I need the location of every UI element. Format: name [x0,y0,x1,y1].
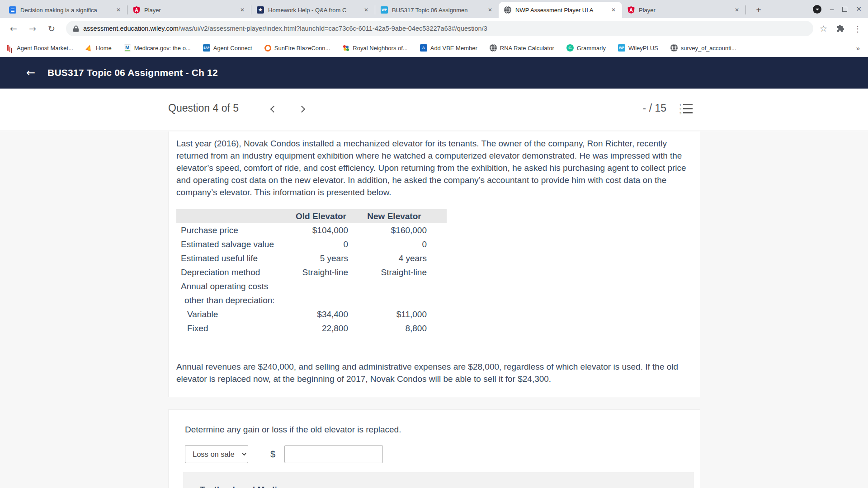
window-restore-button[interactable] [842,7,847,12]
bar-chart-icon [6,44,14,52]
assignment-header: ← BUS317 Topic 06 Assignment - Ch 12 [0,57,868,89]
question-list-icon[interactable]: 1 2 3 [679,103,693,115]
tab-title: Homework Help - Q&A from C [268,7,359,14]
bookmark-label: Royal Neighbors of... [353,45,407,52]
bookmark-wileyplus[interactable]: WP WileyPLUS [618,44,658,52]
chegg-star-icon: ★ [257,6,264,14]
browser-menu-icon[interactable]: ⋮ [854,24,862,33]
new-tab-button[interactable]: + [752,4,765,16]
flame-icon [85,44,93,52]
table-row: other than depreciation: [176,293,447,307]
tab-homework-help[interactable]: ★ Homework Help - Q&A from C ✕ [251,2,375,18]
browser-tab-bar: Decision making is a significa ✕ A Playe… [0,0,868,18]
tab-title: NWP Assessment Player UI A [515,7,607,14]
close-tab-icon[interactable]: ✕ [733,6,741,14]
profile-avatar-icon[interactable] [813,5,821,14]
table-row: Annual operating costs [176,279,447,293]
close-tab-icon[interactable]: ✕ [238,6,246,14]
tab-title: Player [639,7,730,14]
close-tab-icon[interactable]: ✕ [609,6,618,14]
textbook-media-section[interactable]: Textbook and Media [183,472,694,488]
tab-bus317-assignment[interactable]: WP BUS317 Topic 06 Assignmen ✕ [375,2,499,18]
forward-icon[interactable]: → [26,23,39,33]
refresh-icon[interactable]: ↻ [45,23,58,33]
svg-text:2: 2 [679,107,681,111]
table-header-row: Old Elevator New Elevator [176,209,447,223]
elevator-comparison-table: Old Elevator New Elevator Purchase price… [176,209,447,335]
bookmark-label: Medicare.gov: the o... [134,45,191,52]
bookmarks-bar: Agent Boost Market... Home M Medicare.go… [0,39,868,57]
back-icon[interactable]: ← [7,23,20,33]
bookmark-royal-neighbors[interactable]: Royal Neighbors of... [342,44,407,52]
bookmark-home[interactable]: Home [85,44,112,52]
close-tab-icon[interactable]: ✕ [362,6,370,14]
bookmark-label: RNA Rate Calculator [500,45,554,52]
medicare-icon: M [124,44,131,52]
table-row: Purchase price $104,000 $160,000 [176,223,447,237]
table-row: Depreciation method Straight-line Straig… [176,265,447,279]
table-row: Variable $34,400 $11,000 [176,307,447,321]
bookmarks-overflow-chevron[interactable]: » [856,44,860,52]
balloons-icon [342,44,349,52]
close-tab-icon[interactable]: ✕ [486,6,494,14]
window-controls: – ✕ [813,0,862,18]
tab-player-2[interactable]: A Player ✕ [622,2,745,18]
bookmark-agent-boost[interactable]: Agent Boost Market... [6,44,73,52]
assignment-title: BUS317 Topic 06 Assignment - Ch 12 [47,67,218,78]
bookmark-label: survey_of_accounti... [681,45,736,52]
currency-symbol: $ [270,449,275,460]
tab-decision-making[interactable]: Decision making is a significa ✕ [4,2,127,18]
bookmark-label: SunFire BlazeConn... [274,45,330,52]
angular-icon: A [627,6,635,14]
window-minimize-button[interactable]: – [830,7,834,11]
svg-text:3: 3 [679,111,681,115]
next-question-chevron[interactable] [298,106,306,113]
textbook-media-label: Textbook and Media [200,485,282,488]
svg-text:1: 1 [679,103,681,107]
bookmark-label: Add VBE Member [430,45,477,52]
bookmark-star-icon[interactable]: ☆ [820,23,827,33]
tab-separator [745,5,746,14]
back-arrow-icon[interactable]: ← [26,67,35,78]
amount-input[interactable] [284,445,383,463]
problem-followup-text: Annual revenues are $240,000, and sellin… [176,361,689,385]
answer-input-row: Loss on sale $ [185,445,693,463]
window-close-button[interactable]: ✕ [856,5,862,13]
tab-player-1[interactable]: A Player ✕ [127,2,251,18]
bookmark-sunfire[interactable]: SunFire BlazeConn... [264,45,330,52]
url-field[interactable]: assessment.education.wiley.com /was/ui/v… [66,21,813,36]
angular-icon: A [133,6,140,14]
lock-icon [73,25,79,32]
bookmark-grammarly[interactable]: G Grammarly [566,44,606,52]
question-score: - / 15 [643,102,666,114]
bookmark-label: Grammarly [577,45,606,52]
sap-icon: SAP [203,44,210,52]
gain-loss-select[interactable]: Loss on sale [185,445,248,463]
previous-question-chevron[interactable] [270,106,278,113]
problem-card: Last year (2016), Novak Condos installed… [168,131,700,397]
table-row: Estimated salvage value 0 0 [176,237,447,251]
table-row: Estimated useful life 5 years 4 years [176,251,447,265]
globe-icon [670,44,678,52]
wileyplus-icon: WP [381,6,388,14]
bookmark-rna-rate-calculator[interactable]: RNA Rate Calculator [490,44,554,52]
svg-text:A: A [135,7,138,13]
url-domain: assessment.education.wiley.com [83,25,179,32]
question-content-area: Last year (2016), Novak Condos installed… [0,131,868,488]
bookmark-medicare[interactable]: M Medicare.gov: the o... [124,44,191,52]
globe-icon [490,44,497,52]
browser-address-bar: ← → ↻ assessment.education.wiley.com /wa… [0,18,868,39]
bookmark-agent-connect[interactable]: SAP Agent Connect [203,44,252,52]
close-tab-icon[interactable]: ✕ [114,6,123,14]
extensions-puzzle-icon[interactable] [836,24,844,33]
bookmark-survey-of-accounting[interactable]: survey_of_accounti... [670,44,736,52]
blue-a-icon: A [420,44,427,52]
problem-intro-text: Last year (2016), Novak Condos installed… [176,137,689,198]
url-path: /was/ui/v2/assessment-player/index.html?… [179,25,487,32]
question-nav-bar: Question 4 of 5 - / 15 1 2 3 [0,89,868,131]
address-bar-actions: ☆ ⋮ [820,23,862,33]
tab-nwp-assessment-player-active[interactable]: NWP Assessment Player UI A ✕ [499,2,622,18]
table-row: Fixed 22,800 8,800 [176,321,447,335]
tab-title: Decision making is a significa [20,7,112,14]
bookmark-add-vbe-member[interactable]: A Add VBE Member [420,44,477,52]
